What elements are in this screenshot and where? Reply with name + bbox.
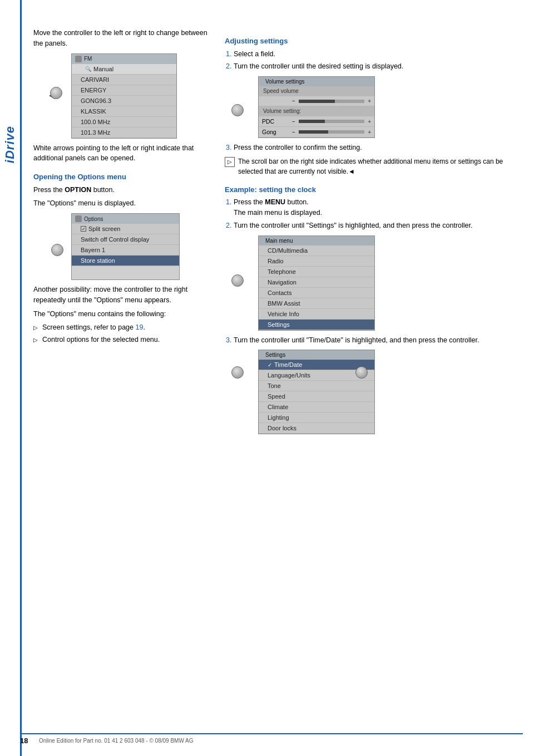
scroll-note-block: ▷ The scroll bar on the right side indic… — [225, 156, 523, 176]
fm-manual-text: Manual — [93, 66, 113, 72]
controller-knob — [50, 87, 62, 99]
intro-text: Move the controller to the left or right… — [33, 28, 211, 49]
main-menu-header: Main menu — [259, 236, 374, 246]
options-screen-wrapper: Options ✓ Split screen Switch off Contro… — [56, 213, 211, 280]
content-area: Move the controller to the left or right… — [33, 22, 523, 439]
options-controller-knob — [51, 244, 63, 256]
idrive-label: iDrive — [3, 126, 17, 163]
st-tone: Tone — [259, 381, 374, 391]
another-text: Another possibility: move the controller… — [33, 284, 211, 306]
settings-knob-wrap-right — [355, 366, 368, 379]
fm-screen-wrapper: FM 🔍 Manual CARIVARI ENERGY GONG96.3 KLA… — [56, 53, 211, 139]
vol-screen: Volume settings Speed volume − + — [258, 76, 375, 138]
fm-row-101mhz: 101.3 MHz — [72, 127, 176, 138]
footer: 18 Online Edition for Part no. 01 41 2 6… — [20, 733, 523, 745]
mm-navigation: Navigation — [259, 277, 374, 288]
options-store: Store station — [72, 256, 179, 266]
vol-title: Volume settings — [265, 78, 305, 85]
contains-text: The "Options" menu contains the followin… — [33, 309, 211, 320]
ex-step-3: Turn the controller until "Time/Date" is… — [234, 335, 523, 346]
ex-step3-list: Turn the controller until "Time/Date" is… — [225, 335, 523, 346]
fm-screen-header: FM — [72, 54, 176, 64]
st-climate: Climate — [259, 402, 374, 413]
settings-header: Settings — [259, 350, 374, 360]
mm-radio: Radio — [259, 256, 374, 267]
vol-speed-label: Speed volume — [259, 86, 374, 96]
page-link-19[interactable]: 19 — [135, 323, 143, 331]
options-screen-body: ✓ Split screen Switch off Control displa… — [72, 224, 179, 266]
adjusting-heading: Adjusting settings — [225, 36, 523, 47]
fm-row-manual: 🔍 Manual — [72, 64, 176, 75]
options-screen-header: Options — [72, 214, 179, 224]
bullet-list: Screen settings, refer to page 19. Contr… — [33, 322, 211, 345]
settings-knob-wrap-left — [231, 366, 244, 379]
vol-knob-wrap — [231, 104, 244, 116]
adj-step-2: Turn the controller until the desired se… — [234, 61, 523, 72]
st-lighting: Lighting — [259, 413, 374, 423]
vol-pdc-row: PDC − + — [259, 116, 374, 127]
settings-screen-wrapper: Settings ✓Time/Date Language/Units Tone … — [236, 350, 523, 434]
page-number: 18 — [20, 737, 33, 745]
settings-knob — [231, 366, 244, 379]
adjusting-steps: Select a field. Turn the controller unti… — [225, 49, 523, 72]
fm-icon — [75, 56, 82, 62]
options-p1: Press the OPTION button. — [33, 185, 211, 195]
options-bayern: Bayern 1 — [72, 245, 179, 256]
settings-knob-right — [355, 366, 368, 379]
main-menu-knob-wrap — [231, 274, 244, 287]
fm-row-carivari: CARIVARI — [72, 75, 176, 85]
st-speed: Speed — [259, 391, 374, 402]
left-bar — [20, 0, 22, 756]
checkbox-icon: ✓ — [81, 226, 86, 232]
main-menu-wrapper: Main menu CD/Multimedia Radio Telephone … — [236, 235, 523, 331]
bullet-screen-settings: Screen settings, refer to page 19. — [33, 322, 211, 333]
fm-title: FM — [84, 56, 92, 62]
main-menu-screen: Main menu CD/Multimedia Radio Telephone … — [258, 235, 375, 331]
right-column: Adjusting settings Select a field. Turn … — [225, 22, 523, 439]
options-icon — [75, 215, 82, 222]
ex-step-1: Press the MENU button.The main menu is d… — [234, 197, 523, 218]
white-arrows-text: White arrows pointing to the left or rig… — [33, 143, 211, 164]
mm-vehicle-info: Vehicle Info — [259, 309, 374, 320]
options-switchoff: Switch off Control display — [72, 234, 179, 245]
adj-step-1: Select a field. — [234, 49, 523, 60]
vol-speed-bar: − + — [259, 96, 374, 106]
options-p2: The "Options" menu is displayed. — [33, 198, 211, 209]
scroll-indicator-icon: ▷ — [225, 157, 235, 167]
scroll-note-text: The scroll bar on the right side indicat… — [238, 156, 523, 176]
mm-bmw-assist: BMW Assist — [259, 298, 374, 309]
vol-header: Volume settings — [259, 77, 374, 86]
options-heading: Opening the Options menu — [33, 171, 211, 183]
sidebar-label: iDrive — [0, 89, 20, 200]
footer-copyright: Online Edition for Part no. 01 41 2 603 … — [39, 738, 194, 744]
options-split: ✓ Split screen — [72, 224, 179, 234]
fm-row-klassik: KLASSIK — [72, 106, 176, 117]
mm-contacts: Contacts — [259, 288, 374, 298]
adj-step-3: Press the controller to confirm the sett… — [234, 143, 523, 153]
vol-setting-label: Volume setting: — [259, 106, 374, 116]
example-steps: Press the MENU button.The main menu is d… — [225, 197, 523, 230]
mm-cd: CD/Multimedia — [259, 246, 374, 256]
vol-gong-row: Gong − + — [259, 127, 374, 138]
example-heading: Example: setting the clock — [225, 184, 523, 195]
left-column: Move the controller to the left or right… — [33, 22, 211, 439]
mm-telephone: Telephone — [259, 267, 374, 277]
ex-step-2: Turn the controller until "Settings" is … — [234, 220, 523, 231]
page-container: iDrive Move the controller to the left o… — [0, 0, 534, 756]
main-menu-knob — [231, 274, 244, 287]
options-knob-wrap — [51, 244, 63, 256]
fm-row-gong: GONG96.3 — [72, 96, 176, 106]
main-menu-title: Main menu — [265, 238, 293, 244]
bullet-control-options: Control options for the selected menu. — [33, 335, 211, 345]
fm-screen: FM 🔍 Manual CARIVARI ENERGY GONG96.3 KLA… — [71, 53, 177, 139]
vol-screen-wrapper: Volume settings Speed volume − + — [236, 76, 523, 138]
adjusting-step3-list: Press the controller to confirm the sett… — [225, 143, 523, 153]
settings-title: Settings — [265, 352, 285, 358]
options-screen: Options ✓ Split screen Switch off Contro… — [71, 213, 180, 280]
settings-screen: Settings ✓Time/Date Language/Units Tone … — [258, 350, 375, 434]
mm-settings: Settings — [259, 320, 374, 330]
controller-knob-wrap — [50, 87, 62, 99]
fm-row-energy: ENERGY — [72, 85, 176, 96]
fm-row-100mhz: 100.0 MHz — [72, 117, 176, 127]
options-title: Options — [84, 216, 103, 222]
